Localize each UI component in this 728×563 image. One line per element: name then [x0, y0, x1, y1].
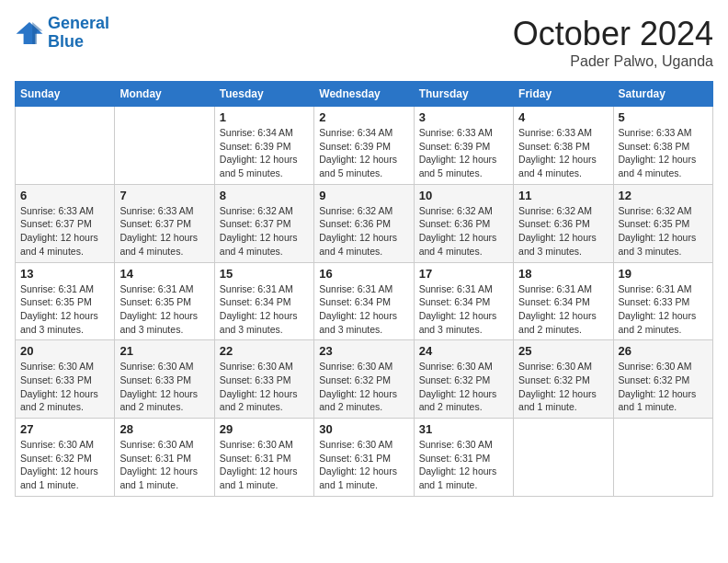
day-number: 13: [20, 267, 109, 281]
weekday-header-sunday: Sunday: [16, 82, 115, 107]
day-info: Sunrise: 6:32 AM Sunset: 6:35 PM Dayligh…: [619, 204, 708, 259]
day-number: 12: [619, 189, 708, 202]
day-number: 26: [619, 344, 708, 358]
day-number: 23: [319, 344, 408, 358]
calendar-cell: 7Sunrise: 6:33 AM Sunset: 6:37 PM Daylig…: [115, 184, 214, 262]
calendar-cell: 14Sunrise: 6:31 AM Sunset: 6:35 PM Dayli…: [115, 262, 214, 340]
day-number: 29: [220, 422, 309, 436]
day-number: 25: [518, 344, 608, 358]
calendar-table: SundayMondayTuesdayWednesdayThursdayFrid…: [15, 81, 713, 497]
day-info: Sunrise: 6:30 AM Sunset: 6:31 PM Dayligh…: [319, 438, 408, 492]
day-number: 11: [518, 189, 608, 202]
logo-icon: [15, 20, 44, 46]
day-info: Sunrise: 6:30 AM Sunset: 6:33 PM Dayligh…: [119, 360, 209, 414]
calendar-cell: 25Sunrise: 6:30 AM Sunset: 6:32 PM Dayli…: [514, 340, 613, 419]
calendar-cell: 4Sunrise: 6:33 AM Sunset: 6:38 PM Daylig…: [514, 107, 613, 185]
calendar-cell: 6Sunrise: 6:33 AM Sunset: 6:37 PM Daylig…: [16, 184, 115, 262]
day-info: Sunrise: 6:32 AM Sunset: 6:36 PM Dayligh…: [419, 204, 508, 259]
calendar-cell: 31Sunrise: 6:30 AM Sunset: 6:31 PM Dayli…: [414, 419, 513, 497]
day-info: Sunrise: 6:31 AM Sunset: 6:34 PM Dayligh…: [419, 282, 508, 337]
day-info: Sunrise: 6:32 AM Sunset: 6:36 PM Dayligh…: [518, 204, 608, 259]
weekday-header-row: SundayMondayTuesdayWednesdayThursdayFrid…: [16, 82, 713, 107]
day-number: 7: [119, 189, 209, 202]
day-number: 17: [419, 267, 508, 281]
calendar-week-row: 27Sunrise: 6:30 AM Sunset: 6:32 PM Dayli…: [16, 419, 713, 497]
day-info: Sunrise: 6:33 AM Sunset: 6:37 PM Dayligh…: [20, 204, 109, 259]
day-info: Sunrise: 6:30 AM Sunset: 6:31 PM Dayligh…: [220, 438, 309, 492]
day-number: 16: [319, 267, 408, 281]
day-info: Sunrise: 6:30 AM Sunset: 6:32 PM Dayligh…: [419, 360, 508, 414]
day-number: 18: [518, 267, 608, 281]
calendar-cell: 23Sunrise: 6:30 AM Sunset: 6:32 PM Dayli…: [314, 340, 414, 419]
calendar-week-row: 13Sunrise: 6:31 AM Sunset: 6:35 PM Dayli…: [16, 262, 713, 340]
calendar-cell: 19Sunrise: 6:31 AM Sunset: 6:33 PM Dayli…: [613, 262, 712, 340]
day-info: Sunrise: 6:30 AM Sunset: 6:32 PM Dayligh…: [518, 360, 608, 414]
title-block: October 2024 Pader Palwo, Uganda: [513, 15, 713, 70]
day-number: 31: [419, 422, 508, 436]
calendar-cell: 11Sunrise: 6:32 AM Sunset: 6:36 PM Dayli…: [514, 184, 613, 262]
day-info: Sunrise: 6:30 AM Sunset: 6:32 PM Dayligh…: [20, 438, 109, 492]
calendar-cell: 8Sunrise: 6:32 AM Sunset: 6:37 PM Daylig…: [214, 184, 313, 262]
day-number: 14: [119, 267, 209, 281]
day-number: 27: [20, 422, 109, 436]
calendar-cell: 27Sunrise: 6:30 AM Sunset: 6:32 PM Dayli…: [16, 419, 115, 497]
calendar-cell: 12Sunrise: 6:32 AM Sunset: 6:35 PM Dayli…: [613, 184, 712, 262]
calendar-cell: 1Sunrise: 6:34 AM Sunset: 6:39 PM Daylig…: [214, 107, 313, 185]
day-number: 6: [20, 189, 109, 202]
day-info: Sunrise: 6:33 AM Sunset: 6:39 PM Dayligh…: [419, 126, 508, 180]
day-number: 2: [319, 110, 408, 124]
calendar-cell: [115, 107, 214, 185]
page-header: General Blue October 2024 Pader Palwo, U…: [15, 15, 713, 70]
weekday-header-thursday: Thursday: [414, 82, 513, 107]
calendar-week-row: 20Sunrise: 6:30 AM Sunset: 6:33 PM Dayli…: [16, 340, 713, 419]
day-number: 10: [419, 189, 508, 202]
calendar-cell: 20Sunrise: 6:30 AM Sunset: 6:33 PM Dayli…: [16, 340, 115, 419]
day-number: 24: [419, 344, 508, 358]
calendar-cell: 3Sunrise: 6:33 AM Sunset: 6:39 PM Daylig…: [414, 107, 513, 185]
day-info: Sunrise: 6:33 AM Sunset: 6:37 PM Dayligh…: [119, 204, 209, 259]
calendar-cell: [514, 419, 613, 497]
day-info: Sunrise: 6:30 AM Sunset: 6:31 PM Dayligh…: [419, 438, 508, 492]
logo-line1: General: [48, 14, 109, 32]
weekday-header-monday: Monday: [115, 82, 214, 107]
day-info: Sunrise: 6:32 AM Sunset: 6:37 PM Dayligh…: [220, 204, 309, 259]
svg-marker-0: [17, 22, 43, 44]
day-number: 8: [220, 189, 309, 202]
day-info: Sunrise: 6:33 AM Sunset: 6:38 PM Dayligh…: [518, 126, 608, 180]
day-number: 20: [20, 344, 109, 358]
day-info: Sunrise: 6:31 AM Sunset: 6:35 PM Dayligh…: [119, 282, 209, 337]
calendar-cell: 5Sunrise: 6:33 AM Sunset: 6:38 PM Daylig…: [613, 107, 712, 185]
weekday-header-friday: Friday: [514, 82, 613, 107]
calendar-cell: 18Sunrise: 6:31 AM Sunset: 6:34 PM Dayli…: [514, 262, 613, 340]
day-info: Sunrise: 6:30 AM Sunset: 6:33 PM Dayligh…: [20, 360, 109, 414]
day-number: 15: [220, 267, 309, 281]
day-number: 21: [119, 344, 209, 358]
day-info: Sunrise: 6:34 AM Sunset: 6:39 PM Dayligh…: [319, 126, 408, 180]
day-number: 1: [220, 110, 309, 124]
calendar-cell: 10Sunrise: 6:32 AM Sunset: 6:36 PM Dayli…: [414, 184, 513, 262]
day-info: Sunrise: 6:31 AM Sunset: 6:34 PM Dayligh…: [518, 282, 608, 337]
day-info: Sunrise: 6:31 AM Sunset: 6:35 PM Dayligh…: [20, 282, 109, 337]
day-number: 5: [619, 110, 708, 124]
day-number: 28: [119, 422, 209, 436]
calendar-cell: 15Sunrise: 6:31 AM Sunset: 6:34 PM Dayli…: [214, 262, 313, 340]
day-info: Sunrise: 6:30 AM Sunset: 6:32 PM Dayligh…: [319, 360, 408, 414]
calendar-cell: [613, 419, 712, 497]
day-info: Sunrise: 6:30 AM Sunset: 6:32 PM Dayligh…: [619, 360, 708, 414]
day-number: 4: [518, 110, 608, 124]
calendar-cell: 16Sunrise: 6:31 AM Sunset: 6:34 PM Dayli…: [314, 262, 414, 340]
calendar-cell: 26Sunrise: 6:30 AM Sunset: 6:32 PM Dayli…: [613, 340, 712, 419]
day-number: 9: [319, 189, 408, 202]
day-number: 19: [619, 267, 708, 281]
calendar-cell: 17Sunrise: 6:31 AM Sunset: 6:34 PM Dayli…: [414, 262, 513, 340]
day-number: 22: [220, 344, 309, 358]
day-number: 3: [419, 110, 508, 124]
weekday-header-wednesday: Wednesday: [314, 82, 414, 107]
day-info: Sunrise: 6:31 AM Sunset: 6:34 PM Dayligh…: [220, 282, 309, 337]
day-number: 30: [319, 422, 408, 436]
day-info: Sunrise: 6:31 AM Sunset: 6:34 PM Dayligh…: [319, 282, 408, 337]
calendar-cell: 29Sunrise: 6:30 AM Sunset: 6:31 PM Dayli…: [214, 419, 313, 497]
day-info: Sunrise: 6:30 AM Sunset: 6:31 PM Dayligh…: [119, 438, 209, 492]
calendar-cell: 30Sunrise: 6:30 AM Sunset: 6:31 PM Dayli…: [314, 419, 414, 497]
calendar-cell: 9Sunrise: 6:32 AM Sunset: 6:36 PM Daylig…: [314, 184, 414, 262]
